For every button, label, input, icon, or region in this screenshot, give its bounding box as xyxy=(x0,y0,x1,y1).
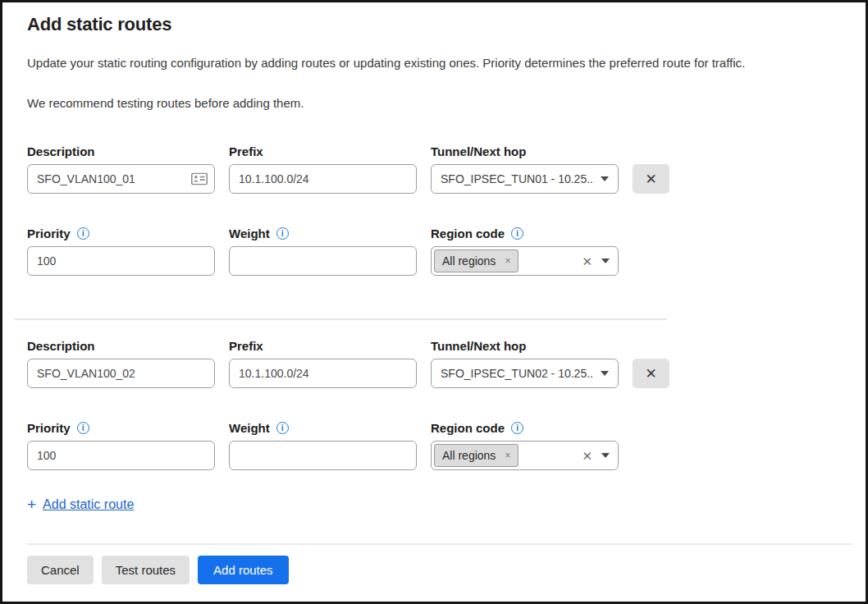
add-static-route-label: Add static route xyxy=(43,497,134,512)
test-routes-button[interactable]: Test routes xyxy=(102,556,190,584)
tunnel-next-hop-select[interactable]: SFO_IPSEC_TUN02 - 10.25... xyxy=(431,359,619,388)
tunnel-selected-value: SFO_IPSEC_TUN01 - 10.25... xyxy=(441,172,594,185)
contact-card-autofill-icon[interactable] xyxy=(191,173,208,185)
region-code-label: Region code i xyxy=(431,226,619,240)
weight-label: Weight i xyxy=(229,226,417,240)
routes-form: Description Prefix Tunnel/Next hop xyxy=(27,144,841,514)
clear-selection-icon[interactable]: ✕ xyxy=(582,450,595,462)
remove-route-button[interactable]: ✕ xyxy=(633,359,669,388)
weight-label: Weight i xyxy=(229,421,417,435)
info-icon[interactable]: i xyxy=(276,227,289,240)
info-icon[interactable]: i xyxy=(77,422,89,434)
page-title: Add static routes xyxy=(27,14,841,35)
prefix-input[interactable] xyxy=(229,359,417,388)
prefix-input[interactable] xyxy=(229,164,417,194)
route-block-2: Description Prefix Tunnel/Next hop SFO_I… xyxy=(27,339,841,470)
region-code-multiselect[interactable]: All regions × ✕ xyxy=(431,246,619,276)
chevron-down-icon xyxy=(601,371,609,376)
priority-label: Priority i xyxy=(27,226,215,240)
route-block-1: Description Prefix Tunnel/Next hop xyxy=(27,144,841,276)
region-code-label: Region code i xyxy=(431,421,619,435)
chip-remove-icon[interactable]: × xyxy=(505,256,510,266)
cancel-button[interactable]: Cancel xyxy=(27,556,94,584)
chevron-down-icon xyxy=(601,259,610,263)
add-static-route-link[interactable]: + Add static route xyxy=(27,496,134,514)
close-icon: ✕ xyxy=(645,367,656,381)
intro-text-1: Update your static routing configuration… xyxy=(27,56,841,70)
chevron-down-icon xyxy=(601,453,610,458)
description-input[interactable] xyxy=(27,359,215,388)
intro-text-2: We recommend testing routes before addin… xyxy=(27,96,841,110)
region-code-multiselect[interactable]: All regions × ✕ xyxy=(431,441,619,470)
prefix-label: Prefix xyxy=(229,339,417,353)
chevron-down-icon xyxy=(601,176,609,181)
remove-route-button[interactable]: ✕ xyxy=(633,164,669,194)
info-icon[interactable]: i xyxy=(276,422,289,434)
priority-input[interactable] xyxy=(27,246,215,276)
region-tag-chip: All regions × xyxy=(434,444,519,467)
description-label: Description xyxy=(27,339,215,353)
add-static-routes-dialog: { "window": { "title": "Add static route… xyxy=(0,0,868,604)
close-icon: ✕ xyxy=(645,172,656,186)
description-label: Description xyxy=(27,144,215,158)
region-tag-label: All regions xyxy=(442,254,496,268)
info-icon[interactable]: i xyxy=(511,227,523,240)
tunnel-label: Tunnel/Next hop xyxy=(431,144,619,158)
priority-input[interactable] xyxy=(27,441,215,470)
tunnel-next-hop-select[interactable]: SFO_IPSEC_TUN01 - 10.25... xyxy=(431,164,619,194)
plus-icon: + xyxy=(27,496,36,514)
priority-label: Priority i xyxy=(27,421,215,435)
add-routes-button[interactable]: Add routes xyxy=(198,556,289,584)
tunnel-label: Tunnel/Next hop xyxy=(431,339,619,353)
route-divider xyxy=(15,318,667,320)
prefix-label: Prefix xyxy=(229,144,417,158)
info-icon[interactable]: i xyxy=(77,227,89,240)
region-tag-label: All regions xyxy=(442,449,496,462)
footer-divider xyxy=(27,543,852,545)
weight-input[interactable] xyxy=(229,246,417,276)
tunnel-selected-value: SFO_IPSEC_TUN02 - 10.25... xyxy=(441,367,594,380)
clear-selection-icon[interactable]: ✕ xyxy=(582,255,595,268)
description-input[interactable] xyxy=(27,164,215,194)
region-tag-chip: All regions × xyxy=(434,249,519,272)
footer-actions: Cancel Test routes Add routes xyxy=(27,556,841,584)
weight-input[interactable] xyxy=(229,441,417,470)
info-icon[interactable]: i xyxy=(511,422,523,434)
chip-remove-icon[interactable]: × xyxy=(505,451,510,460)
